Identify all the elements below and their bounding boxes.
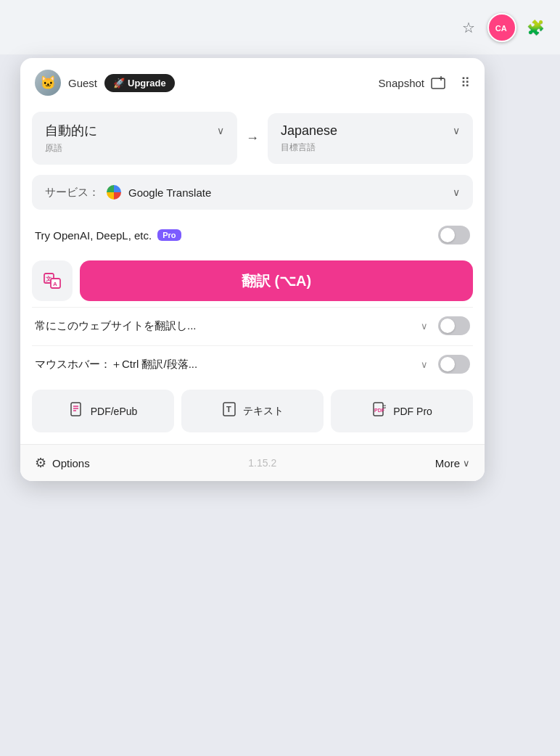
- browser-toolbar: ☆ CA 🧩: [0, 0, 560, 54]
- options-button[interactable]: ⚙ Options: [35, 455, 90, 471]
- google-translate-icon: [107, 185, 121, 200]
- more-label: More: [435, 457, 460, 469]
- guest-label: Guest: [68, 77, 97, 89]
- translate-icon-button[interactable]: A 文: [32, 260, 73, 301]
- svg-rect-1: [432, 78, 445, 89]
- hover-translate-row: マウスホバー：＋Ctrl 翻訳/段落... ∨: [32, 345, 473, 382]
- snapshot-label: Snapshot: [379, 77, 424, 89]
- hover-translate-toggle[interactable]: [438, 355, 470, 374]
- svg-rect-8: [71, 403, 81, 416]
- source-language-chevron: ∨: [217, 125, 224, 136]
- text-label: テキスト: [243, 405, 284, 418]
- version-label: 1.15.2: [248, 457, 276, 469]
- options-gear-icon: ⚙: [35, 455, 46, 471]
- upgrade-button[interactable]: 🚀 Upgrade: [104, 74, 175, 92]
- target-language-box[interactable]: Japanese ∨ 目標言語: [268, 113, 473, 164]
- options-label: Options: [52, 457, 90, 469]
- more-dots-icon[interactable]: ⠿: [461, 75, 470, 91]
- upgrade-emoji: 🚀: [113, 78, 125, 89]
- openai-toggle-label: Try OpenAI, DeepL, etc. Pro: [35, 229, 181, 242]
- translate-row: A 文 翻訳 (⌥A): [32, 260, 473, 301]
- target-language-chevron: ∨: [453, 125, 460, 136]
- star-icon[interactable]: ☆: [456, 15, 482, 41]
- pro-badge: Pro: [157, 229, 181, 241]
- service-selector[interactable]: サービス： Google Translate ∨: [32, 175, 473, 210]
- upgrade-label: Upgrade: [128, 78, 166, 89]
- source-language-name: 自動的に: [45, 122, 97, 139]
- language-selector: 自動的に ∨ 原語 → Japanese ∨ 目標言語: [20, 104, 485, 172]
- popup-footer: ⚙ Options 1.15.2 More ∨: [20, 444, 485, 481]
- language-arrow: →: [246, 131, 259, 146]
- avatar: 🐱: [35, 70, 61, 96]
- popup-header: 🐱 Guest 🚀 Upgrade Snapshot ⠿: [20, 58, 485, 104]
- pdf-epub-icon: [69, 401, 85, 421]
- always-translate-label: 常にこのウェブサイトを翻訳し...: [35, 319, 416, 333]
- always-translate-expand-icon[interactable]: ∨: [421, 321, 428, 332]
- pdf-pro-button[interactable]: PDF PDF Pro: [331, 390, 473, 432]
- service-label: サービス：: [45, 186, 99, 200]
- svg-text:文: 文: [46, 275, 52, 282]
- pdf-pro-icon: PDF: [371, 401, 387, 421]
- extensions-icon[interactable]: 🧩: [522, 15, 548, 41]
- pdf-epub-label: PDF/ePub: [91, 406, 138, 417]
- text-icon: T: [221, 401, 237, 421]
- target-language-sub: 目標言語: [281, 141, 460, 154]
- more-button[interactable]: More ∨: [435, 457, 470, 469]
- source-language-sub: 原語: [45, 142, 224, 155]
- translation-popup: 🐱 Guest 🚀 Upgrade Snapshot ⠿ 自動的に ∨: [20, 58, 485, 481]
- svg-text:PDF: PDF: [374, 408, 385, 413]
- hover-translate-expand-icon[interactable]: ∨: [421, 359, 428, 370]
- svg-text:T: T: [226, 405, 231, 414]
- snapshot-button[interactable]: Snapshot: [379, 73, 448, 92]
- target-language-name: Japanese: [281, 123, 337, 139]
- translate-extension-icon[interactable]: CA: [487, 13, 516, 42]
- pdf-pro-label: PDF Pro: [393, 406, 432, 417]
- service-chevron-icon: ∨: [453, 186, 460, 198]
- more-chevron-icon: ∨: [463, 458, 470, 469]
- avatar-image: 🐱: [35, 70, 61, 96]
- always-translate-row: 常にこのウェブサイトを翻訳し... ∨: [32, 307, 473, 344]
- bottom-buttons: PDF/ePub T テキスト PDF PDF Pro: [32, 390, 473, 432]
- openai-toggle-text: Try OpenAI, DeepL, etc.: [35, 229, 152, 242]
- hover-translate-label: マウスホバー：＋Ctrl 翻訳/段落...: [35, 358, 416, 371]
- svg-text:CA: CA: [495, 23, 507, 32]
- text-button[interactable]: T テキスト: [181, 390, 324, 432]
- snapshot-icon: [429, 73, 448, 92]
- pdf-epub-button[interactable]: PDF/ePub: [32, 390, 174, 432]
- service-left: サービス： Google Translate: [45, 185, 211, 200]
- svg-text:A: A: [53, 281, 57, 287]
- openai-toggle-row: Try OpenAI, DeepL, etc. Pro: [32, 215, 473, 255]
- service-name: Google Translate: [128, 186, 211, 199]
- openai-toggle-switch[interactable]: [438, 226, 470, 245]
- translate-button[interactable]: 翻訳 (⌥A): [80, 260, 473, 301]
- source-language-box[interactable]: 自動的に ∨ 原語: [32, 112, 237, 165]
- always-translate-toggle[interactable]: [438, 316, 470, 335]
